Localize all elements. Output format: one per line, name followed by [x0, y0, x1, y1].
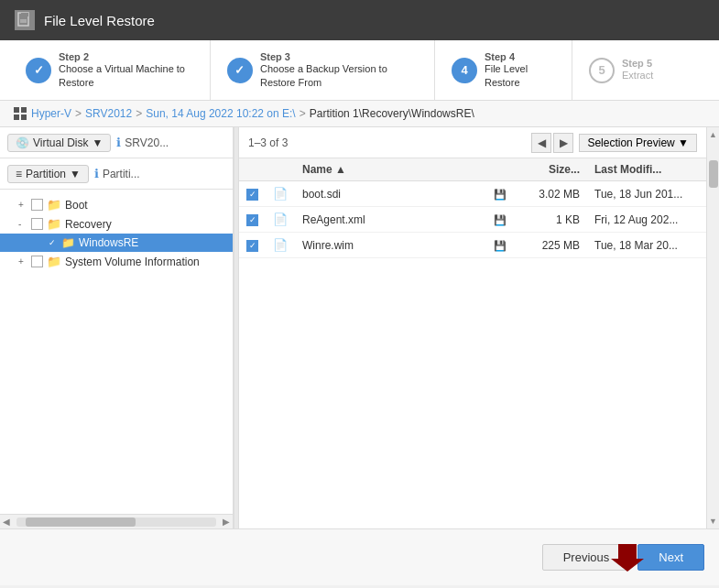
file-modified-winrewim: Tue, 18 Mar 20... — [587, 233, 706, 258]
systemvolume-label: System Volume Information — [65, 256, 200, 268]
file-name-bootsdi: boot.sdi — [295, 181, 486, 207]
step-3-desc: Choose a Backup Version to Restore From — [260, 62, 418, 89]
svg-rect-5 — [21, 107, 27, 113]
col-icon — [266, 158, 295, 181]
file-size-reagent: 1 KB — [514, 207, 587, 233]
info-icon-1: ℹ — [116, 136, 121, 149]
svg-rect-7 — [21, 114, 27, 120]
disk-icon: 💿 — [16, 136, 29, 149]
vscroll[interactable]: ▲ ▼ — [706, 127, 719, 528]
systemvolume-expand-icon: + — [18, 256, 27, 267]
file-table: Name ▲ Size... Last Modifi... ✓ — [239, 158, 706, 528]
step-4-circle: 4 — [452, 58, 477, 83]
partition-dropdown-icon: ▼ — [70, 168, 81, 180]
file-tree: + 📁 Boot - 📁 Recovery ✓ 📁 WindowsRE — [0, 190, 233, 514]
file-modified-bootsdi: Tue, 18 Jun 201... — [587, 181, 706, 207]
next-button[interactable]: Next — [637, 544, 704, 571]
file-row-reagent[interactable]: ✓ 📄 ReAgent.xml 💾 1 KB Fri, 12 Aug 202..… — [239, 207, 706, 233]
disk-dropdown-icon: ▼ — [92, 136, 103, 149]
left-hscroll[interactable]: ◀ ▶ — [0, 514, 233, 528]
breadcrumb-path: Partition 1\Recovery\WindowsRE\ — [310, 107, 474, 120]
file-count: 1–3 of 3 — [248, 136, 288, 149]
breadcrumb-srv2012[interactable]: SRV2012 — [85, 107, 132, 120]
vscroll-thumb[interactable] — [709, 160, 718, 188]
file-row-winrewim[interactable]: ✓ 📄 Winre.wim 💾 225 MB Tue, 18 Mar 20... — [239, 233, 706, 258]
recovery-expand-icon: - — [18, 219, 27, 229]
app-title: File Level Restore — [44, 13, 155, 28]
boot-folder-icon: 📁 — [47, 198, 61, 212]
file-name-winrewim: Winre.wim — [295, 233, 486, 258]
windowsre-expand-icon — [33, 238, 42, 248]
file-size-bootsdi: 3.02 MB — [514, 181, 587, 207]
vscroll-up-btn[interactable]: ▲ — [709, 127, 717, 142]
systemvolume-folder-icon: 📁 — [47, 255, 61, 268]
info-icon-2: ℹ — [94, 167, 99, 180]
breadcrumb-hyperv[interactable]: Hyper-V — [31, 107, 71, 120]
file-icon-winrewim: 📄 — [266, 233, 295, 258]
selection-preview-btn[interactable]: Selection Preview ▼ — [579, 134, 697, 152]
bottom-bar: Previous Next — [0, 528, 719, 585]
tree-item-recovery[interactable]: - 📁 Recovery — [0, 214, 233, 234]
disk-info-label: ℹ SRV20... — [116, 136, 169, 149]
left-panel: 💿 Virtual Disk ▼ ℹ SRV20... ≡ Partition … — [0, 127, 234, 528]
recovery-label: Recovery — [65, 218, 112, 231]
col-check — [239, 158, 266, 181]
nav-buttons: ◀ ▶ — [531, 133, 573, 153]
hscroll-left-btn[interactable]: ◀ — [0, 517, 13, 527]
boot-expand-icon: + — [18, 200, 27, 210]
nav-prev-btn[interactable]: ◀ — [531, 133, 551, 153]
step-3-circle: ✓ — [227, 58, 253, 83]
steps-bar: ✓ Step 2 Choose a Virtual Machine to Res… — [0, 40, 719, 101]
systemvolume-checkbox[interactable] — [31, 256, 43, 267]
step-4: 4 Step 4 File Level Restore — [435, 40, 572, 100]
svg-marker-8 — [611, 544, 644, 572]
step-2-circle: ✓ — [26, 58, 51, 83]
svg-rect-4 — [14, 107, 19, 113]
file-modified-reagent: Fri, 12 Aug 202... — [587, 207, 706, 233]
file-toolbar: 1–3 of 3 ◀ ▶ Selection Preview ▼ — [239, 127, 706, 158]
tree-item-windowsre[interactable]: ✓ 📁 WindowsRE — [0, 234, 233, 252]
step-2-desc: Choose a Virtual Machine to Restore — [59, 62, 193, 89]
step-2: ✓ Step 2 Choose a Virtual Machine to Res… — [9, 40, 211, 100]
file-cb-bootsdi[interactable]: ✓ — [239, 181, 266, 207]
boot-checkbox[interactable] — [31, 199, 43, 211]
boot-label: Boot — [65, 199, 88, 212]
step-5-desc: Extract — [622, 69, 653, 82]
step-5-circle: 5 — [589, 58, 615, 83]
nav-next-btn[interactable]: ▶ — [553, 133, 573, 153]
file-size-winrewim: 225 MB — [514, 233, 587, 258]
windowsre-checkbox[interactable]: ✓ — [46, 237, 58, 249]
recovery-checkbox[interactable] — [31, 218, 43, 230]
windowsre-label: WindowsRE — [79, 236, 138, 249]
file-cb-winrewim[interactable]: ✓ — [239, 233, 266, 258]
step-4-num: Step 4 — [485, 51, 555, 62]
tree-item-systemvolume[interactable]: + 📁 System Volume Information — [0, 252, 233, 271]
tree-item-boot[interactable]: + 📁 Boot — [0, 195, 233, 214]
virtual-disk-btn[interactable]: 💿 Virtual Disk ▼ — [7, 134, 111, 152]
file-icon-bootsdi: 📄 — [266, 181, 295, 207]
vscroll-down-btn[interactable]: ▼ — [709, 514, 717, 528]
next-arrow-icon — [611, 539, 644, 576]
hscroll-thumb[interactable] — [26, 517, 136, 527]
breadcrumb: Hyper-V > SRV2012 > Sun, 14 Aug 2022 10:… — [0, 101, 719, 127]
file-backup-bootsdi: 💾 — [486, 181, 514, 207]
recovery-folder-icon: 📁 — [47, 217, 61, 231]
hscroll-track[interactable] — [16, 517, 216, 527]
partition-icon: ≡ — [16, 168, 22, 180]
file-name-reagent: ReAgent.xml — [295, 207, 486, 233]
title-bar: File Level Restore — [0, 0, 719, 40]
file-backup-reagent: 💾 — [486, 207, 514, 233]
breadcrumb-date[interactable]: Sun, 14 Aug 2022 10:22 on E:\ — [146, 107, 295, 120]
app-icon — [15, 10, 35, 30]
col-name[interactable]: Name ▲ — [295, 158, 486, 181]
file-icon-reagent: 📄 — [266, 207, 295, 233]
step-3-num: Step 3 — [260, 51, 418, 62]
file-backup-winrewim: 💾 — [486, 233, 514, 258]
file-cb-reagent[interactable]: ✓ — [239, 207, 266, 233]
col-size: Size... — [514, 158, 587, 181]
grid-icon — [13, 106, 27, 121]
file-row-bootsdi[interactable]: ✓ 📄 boot.sdi 💾 3.02 MB Tue, 18 Jun 201..… — [239, 181, 706, 207]
partition-btn[interactable]: ≡ Partition ▼ — [7, 165, 89, 183]
hscroll-right-btn[interactable]: ▶ — [220, 517, 233, 527]
svg-rect-6 — [14, 114, 19, 120]
